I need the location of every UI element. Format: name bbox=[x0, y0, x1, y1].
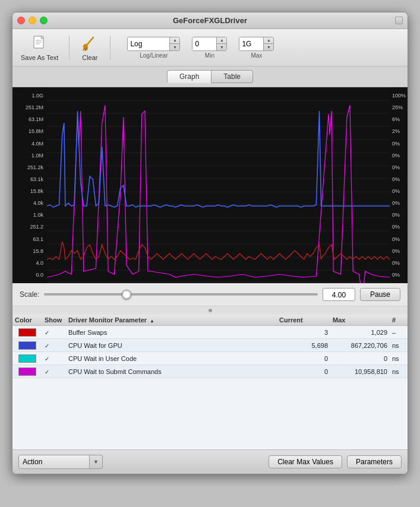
td-show-0: ✓ bbox=[42, 329, 66, 336]
td-current-0: 3 bbox=[277, 329, 330, 336]
action-select[interactable]: Action bbox=[18, 455, 90, 469]
scale-value: 4.00 bbox=[323, 288, 355, 301]
tab-table[interactable]: Table bbox=[211, 70, 253, 83]
graph-right-labels: 100% 25% 6% 2% 0% 0% 0% 0% 0% 0% 0% 0% 0… bbox=[390, 87, 408, 283]
table-row: ✓ CPU Wait in User Code 0 0 ns bbox=[12, 352, 408, 365]
td-color-0 bbox=[12, 328, 42, 337]
log-linear-label: Log/Linear bbox=[140, 52, 168, 59]
min-input[interactable] bbox=[192, 37, 216, 50]
sort-arrow: ▲ bbox=[150, 318, 154, 324]
clear-button[interactable]: Clear bbox=[77, 33, 103, 62]
td-param-2: CPU Wait in User Code bbox=[66, 355, 277, 362]
table-body: ✓ Buffer Swaps 3 1,029 – ✓ CPU Wait for … bbox=[12, 326, 408, 378]
td-max-3: 10,958,810 bbox=[330, 368, 390, 375]
td-unit-3: ns bbox=[390, 368, 408, 375]
collapse-button[interactable] bbox=[395, 17, 403, 24]
svg-line-7 bbox=[83, 48, 84, 50]
title-bar: GeForceFXGLDriver bbox=[12, 12, 408, 29]
graph-rlabel-13: 0% bbox=[391, 248, 406, 254]
graph-rlabel-6: 0% bbox=[391, 164, 406, 170]
graph-label-3: 15.8M bbox=[14, 128, 46, 134]
td-color-1 bbox=[12, 341, 42, 350]
max-input[interactable] bbox=[239, 37, 263, 50]
zoom-button[interactable] bbox=[40, 17, 48, 24]
log-linear-input[interactable] bbox=[128, 37, 169, 50]
graph-label-11: 251.2 bbox=[14, 224, 46, 230]
svg-line-5 bbox=[86, 37, 93, 46]
graph-area: 1.0G 251.2M 63.1M 15.8M 4.0M 1.0M 251.2k… bbox=[12, 87, 408, 283]
scale-label: Scale: bbox=[20, 290, 39, 299]
max-up[interactable]: ▲ bbox=[264, 37, 273, 44]
graph-rlabel-14: 0% bbox=[391, 260, 406, 266]
bottom-buttons: Clear Max Values Parameters bbox=[269, 455, 402, 468]
action-dropdown-arrow[interactable]: ▼ bbox=[90, 455, 103, 469]
graph-label-12: 63.1 bbox=[14, 236, 46, 242]
scale-bar: Scale: 4.00 Pause bbox=[12, 283, 408, 306]
graph-label-2: 63.1M bbox=[14, 116, 46, 122]
table-row: ✓ CPU Wait for GPU 5,698 867,220,706 ns bbox=[12, 339, 408, 352]
graph-label-1: 251.2M bbox=[14, 104, 46, 110]
table-row: ✓ Buffer Swaps 3 1,029 – bbox=[12, 326, 408, 339]
tabs-bar: Graph Table bbox=[12, 66, 408, 87]
log-linear-up[interactable]: ▲ bbox=[170, 37, 179, 44]
clear-icon bbox=[80, 34, 99, 53]
td-show-2: ✓ bbox=[42, 355, 66, 362]
td-max-1: 867,220,706 bbox=[330, 342, 390, 349]
toolbar-separator bbox=[69, 36, 70, 59]
graph-rlabel-11: 0% bbox=[391, 224, 406, 230]
max-down[interactable]: ▼ bbox=[264, 44, 273, 50]
th-parameter[interactable]: Driver Monitor Parameter ▲ bbox=[66, 316, 277, 324]
max-control: ▲ ▼ Max bbox=[239, 37, 274, 59]
pause-button[interactable]: Pause bbox=[360, 288, 400, 301]
graph-rlabel-12: 0% bbox=[391, 236, 406, 242]
save-as-button[interactable]: Save As Text bbox=[17, 33, 62, 62]
save-as-icon bbox=[30, 34, 49, 53]
graph-label-10: 1.0k bbox=[14, 212, 46, 218]
scale-slider[interactable] bbox=[44, 293, 318, 296]
table-row: ✓ CPU Wait to Submit Commands 0 10,958,8… bbox=[12, 365, 408, 378]
max-stepper[interactable]: ▲ ▼ bbox=[239, 37, 274, 51]
graph-label-13: 15.8 bbox=[14, 248, 46, 254]
td-param-1: CPU Wait for GPU bbox=[66, 342, 277, 349]
window-title: GeForceFXGLDriver bbox=[173, 16, 247, 25]
scroll-dot bbox=[209, 309, 212, 312]
graph-label-9: 4.0k bbox=[14, 200, 46, 206]
graph-label-0: 1.0G bbox=[14, 93, 46, 99]
graph-label-14: 4.0 bbox=[14, 260, 46, 266]
main-window: GeForceFXGLDriver Save As Text bbox=[12, 12, 408, 474]
svg-line-8 bbox=[85, 49, 86, 51]
graph-label-6: 251.2k bbox=[14, 164, 46, 170]
graph-rlabel-0: 100% bbox=[391, 93, 406, 99]
graph-rlabel-10: 0% bbox=[391, 212, 406, 218]
scroll-indicator bbox=[12, 306, 408, 315]
graph-label-8: 15.8k bbox=[14, 188, 46, 194]
th-show: Show bbox=[42, 316, 66, 324]
td-unit-2: ns bbox=[390, 355, 408, 362]
min-control: ▲ ▼ Min bbox=[192, 37, 227, 59]
graph-rlabel-5: 0% bbox=[391, 153, 406, 159]
th-max: Max bbox=[330, 316, 390, 324]
toolbar-separator-2 bbox=[110, 36, 110, 59]
th-unit: # bbox=[390, 316, 408, 324]
min-down[interactable]: ▼ bbox=[217, 44, 226, 50]
graph-rlabel-2: 6% bbox=[391, 116, 406, 122]
td-color-2 bbox=[12, 354, 42, 363]
min-up[interactable]: ▲ bbox=[217, 37, 226, 44]
max-arrows: ▲ ▼ bbox=[263, 37, 273, 50]
td-show-3: ✓ bbox=[42, 368, 66, 375]
scale-thumb[interactable] bbox=[122, 290, 131, 299]
log-linear-down[interactable]: ▼ bbox=[170, 44, 179, 50]
parameters-button[interactable]: Parameters bbox=[347, 455, 402, 468]
min-stepper[interactable]: ▲ ▼ bbox=[192, 37, 227, 51]
close-button[interactable] bbox=[17, 17, 25, 24]
graph-rlabel-3: 2% bbox=[391, 128, 406, 134]
clear-max-button[interactable]: Clear Max Values bbox=[269, 455, 342, 468]
graph-rlabel-15: 0% bbox=[391, 272, 406, 278]
toolbar: Save As Text Clear bbox=[12, 29, 408, 66]
graph-label-15: 0.0 bbox=[14, 272, 46, 278]
log-linear-stepper[interactable]: ▲ ▼ bbox=[127, 37, 180, 51]
toolbar-controls: ▲ ▼ Log/Linear ▲ ▼ Min bbox=[127, 37, 274, 59]
minimize-button[interactable] bbox=[29, 17, 36, 24]
tab-graph[interactable]: Graph bbox=[167, 70, 211, 83]
graph-label-7: 63.1k bbox=[14, 176, 46, 182]
